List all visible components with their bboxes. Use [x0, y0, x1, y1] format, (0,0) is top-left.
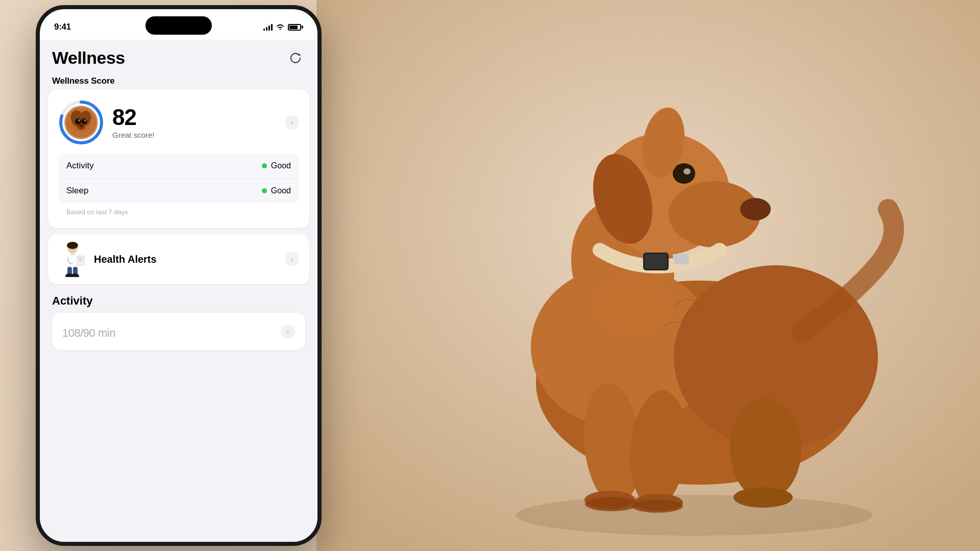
- score-description: Great score!: [112, 131, 155, 139]
- svg-point-38: [67, 242, 78, 249]
- battery-icon: [288, 24, 303, 31]
- score-circle: [58, 99, 104, 145]
- svg-point-23: [585, 497, 638, 511]
- svg-point-22: [592, 276, 674, 337]
- health-alerts-card[interactable]: Health Alerts ›: [48, 234, 309, 284]
- activity-card[interactable]: 108/90 min ›: [52, 313, 305, 350]
- activity-value: 108/90 min: [62, 322, 115, 341]
- activity-status-text: Good: [271, 161, 291, 170]
- svg-point-10: [740, 198, 771, 220]
- status-time: 9:41: [54, 22, 71, 32]
- sleep-status-text: Good: [271, 186, 291, 195]
- score-left: 82 Great score!: [58, 99, 155, 145]
- score-number: 82: [112, 106, 155, 129]
- sleep-metric-name: Sleep: [66, 186, 88, 196]
- dog-image: [316, 0, 980, 551]
- activity-status-dot: [262, 163, 267, 168]
- based-on-text: Based on last 7 days: [58, 203, 299, 218]
- activity-metric-status: Good: [262, 161, 291, 170]
- refresh-button[interactable]: [286, 48, 305, 68]
- status-icons: [263, 23, 303, 31]
- sleep-status-dot: [262, 188, 267, 193]
- svg-point-33: [78, 119, 80, 121]
- vet-illustration: [58, 242, 87, 276]
- svg-rect-16: [645, 254, 667, 269]
- phone-wrapper: 9:41: [36, 5, 332, 546]
- activity-section: Activity 108/90 min ›: [40, 290, 317, 353]
- svg-point-34: [84, 119, 86, 121]
- phone-content: Wellness Wellness Score: [40, 40, 317, 542]
- signal-icon: [263, 23, 273, 31]
- sleep-metric-status: Good: [262, 186, 291, 195]
- sleep-metric-row: Sleep Good: [58, 179, 299, 203]
- score-section: 82 Great score! ›: [58, 99, 299, 145]
- activity-metric-row: Activity Good: [58, 154, 299, 179]
- refresh-icon: [289, 52, 302, 65]
- svg-point-6: [730, 398, 801, 500]
- activity-chevron[interactable]: ›: [281, 324, 295, 339]
- health-alerts-title: Health Alerts: [94, 254, 157, 265]
- activity-metric-name: Activity: [66, 161, 94, 171]
- health-alerts-chevron[interactable]: ›: [285, 252, 299, 266]
- svg-point-24: [632, 499, 683, 513]
- svg-rect-51: [70, 254, 75, 256]
- alerts-left: Health Alerts: [58, 242, 157, 276]
- svg-point-21: [733, 487, 793, 508]
- avatar-dog: [66, 107, 96, 138]
- wellness-score-card[interactable]: 82 Great score! › Activity Good: [48, 89, 309, 228]
- svg-rect-17: [674, 254, 689, 264]
- svg-point-36: [79, 124, 83, 127]
- wellness-score-label: Wellness Score: [40, 72, 317, 89]
- score-chevron-button[interactable]: ›: [285, 115, 299, 130]
- dynamic-island: [145, 16, 212, 35]
- svg-point-12: [683, 168, 691, 174]
- score-info: 82 Great score!: [112, 106, 155, 139]
- app-header: Wellness: [40, 40, 317, 72]
- activity-unit: /90 min: [80, 327, 115, 339]
- metrics-section: Activity Good Sleep Good: [58, 154, 299, 203]
- app-title: Wellness: [52, 48, 125, 68]
- dog-avatar: [64, 106, 98, 139]
- svg-point-50: [71, 273, 79, 277]
- svg-point-18: [516, 495, 873, 536]
- svg-rect-40: [62, 255, 66, 264]
- activity-section-title: Activity: [52, 294, 305, 308]
- phone-frame: 9:41: [36, 5, 322, 546]
- wifi-icon: [276, 23, 285, 31]
